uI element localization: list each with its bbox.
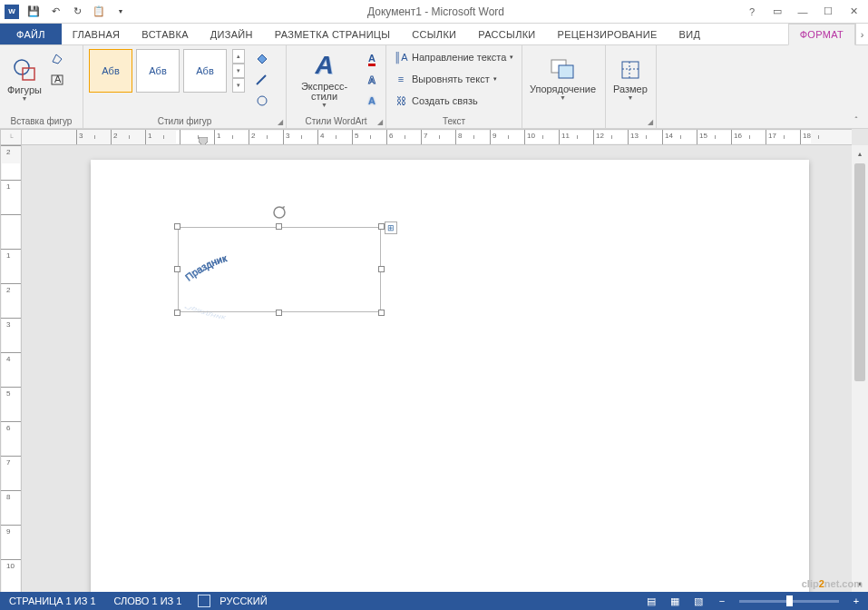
- ribbon-tabs: ФАЙЛ ГЛАВНАЯ ВСТАВКА ДИЗАЙН РАЗМЕТКА СТР…: [0, 24, 868, 45]
- tab-home[interactable]: ГЛАВНАЯ: [62, 24, 132, 44]
- page[interactable]: Праздник Праздник: [91, 160, 809, 592]
- text-fill-button[interactable]: A: [362, 49, 382, 69]
- resize-handle-n[interactable]: [276, 223, 282, 230]
- tab-file[interactable]: ФАЙЛ: [0, 24, 62, 44]
- text-effects-button[interactable]: A: [362, 91, 382, 111]
- zoom-slider[interactable]: [739, 600, 839, 603]
- wordart-styles-launcher[interactable]: ◢: [377, 118, 383, 126]
- create-link-button[interactable]: ⛓Создать связь: [390, 91, 518, 111]
- tab-view[interactable]: ВИД: [668, 24, 712, 44]
- group-shape-styles: Абв Абв Абв ▴ ▾ ▾ Стили фигур ◢: [83, 45, 287, 128]
- maximize-button[interactable]: ☐: [817, 3, 839, 21]
- gallery-more[interactable]: ▾: [232, 78, 245, 93]
- effects-icon: [255, 94, 269, 107]
- link-icon: ⛓: [394, 95, 408, 106]
- redo-button[interactable]: ↻: [67, 2, 87, 22]
- shape-style-2[interactable]: Абв: [136, 49, 180, 93]
- collapse-ribbon[interactable]: ˆ: [848, 113, 864, 126]
- tab-review[interactable]: РЕЦЕНЗИРОВАНИЕ: [547, 24, 668, 44]
- close-button[interactable]: ✕: [843, 3, 864, 21]
- rotate-handle[interactable]: [272, 205, 287, 220]
- group-label-wordart-styles: Стили WordArt: [290, 113, 382, 128]
- group-text: ║AНаправление текста▾ ≡Выровнять текст▾ …: [386, 45, 522, 128]
- horizontal-ruler[interactable]: 321123456789101112131415161718: [22, 129, 852, 145]
- status-page[interactable]: СТРАНИЦА 1 ИЗ 1: [0, 595, 105, 606]
- arrange-icon: [550, 58, 577, 82]
- shape-outline-button[interactable]: [252, 70, 272, 90]
- minimize-button[interactable]: —: [792, 3, 814, 21]
- view-print-layout[interactable]: ▦: [663, 592, 687, 610]
- zoom-in[interactable]: +: [844, 592, 868, 610]
- zoom-thumb[interactable]: [786, 595, 793, 606]
- resize-handle-w[interactable]: [174, 266, 180, 272]
- group-label-arrange: [526, 113, 601, 128]
- status-word-count[interactable]: СЛОВО 1 ИЗ 1: [105, 595, 191, 606]
- paste-button[interactable]: 📋: [89, 2, 109, 22]
- text-direction-button[interactable]: ║AНаправление текста▾: [390, 47, 518, 67]
- ribbon-display-options[interactable]: ▭: [766, 3, 788, 21]
- arrange-button[interactable]: Упорядочение ▼: [526, 47, 600, 111]
- macro-recording-icon[interactable]: [198, 595, 210, 607]
- align-text-icon: ≡: [394, 74, 408, 84]
- size-icon: [619, 58, 642, 82]
- text-box-button[interactable]: A: [47, 70, 67, 90]
- view-read-mode[interactable]: ▤: [639, 592, 663, 610]
- qat-customize[interactable]: ▼: [111, 2, 131, 22]
- vertical-ruler[interactable]: 211234567891011121314: [0, 145, 22, 592]
- resize-handle-nw[interactable]: [174, 223, 180, 230]
- tab-design[interactable]: ДИЗАЙН: [200, 24, 264, 44]
- help-button[interactable]: ?: [741, 3, 763, 21]
- status-language[interactable]: РУССКИЙ: [210, 595, 276, 606]
- resize-handle-ne[interactable]: [378, 223, 385, 230]
- group-size: Размер ▼ ◢: [606, 45, 657, 128]
- text-direction-icon: ║A: [394, 52, 408, 63]
- edit-shape-icon: [51, 53, 63, 65]
- svg-point-4: [258, 96, 267, 105]
- window-controls: ? ▭ — ☐ ✕: [741, 3, 864, 21]
- size-launcher[interactable]: ◢: [648, 118, 653, 126]
- shape-fill-button[interactable]: [252, 49, 272, 69]
- wordart-quick-styles[interactable]: A Экспресс-стили ▼: [290, 47, 358, 111]
- document-area[interactable]: Праздник Праздник: [22, 145, 852, 592]
- shape-styles-launcher[interactable]: ◢: [278, 118, 283, 126]
- group-label-shape-styles: Стили фигур: [87, 113, 282, 128]
- title-bar: W 💾 ↶ ↻ 📋 ▼ Документ1 - Microsoft Word ?…: [0, 0, 868, 24]
- undo-button[interactable]: ↶: [45, 2, 65, 22]
- ruler-corner[interactable]: └: [0, 129, 22, 145]
- tab-page-layout[interactable]: РАЗМЕТКА СТРАНИЦЫ: [264, 24, 402, 44]
- resize-handle-s[interactable]: [276, 310, 282, 316]
- word-app-icon: W: [5, 5, 19, 19]
- text-outline-button[interactable]: A: [362, 70, 382, 90]
- bucket-icon: [255, 53, 269, 65]
- tabs-more[interactable]: ›: [855, 24, 868, 44]
- layout-options-button[interactable]: ⊞: [385, 221, 397, 234]
- shape-style-1[interactable]: Абв: [89, 49, 132, 93]
- view-web-layout[interactable]: ▧: [687, 592, 710, 610]
- quick-access-toolbar: 💾 ↶ ↻ 📋 ▼: [24, 2, 131, 22]
- svg-rect-7: [622, 62, 639, 78]
- align-text-button[interactable]: ≡Выровнять текст▾: [390, 69, 518, 89]
- zoom-out[interactable]: −: [710, 592, 734, 610]
- edit-shape-button[interactable]: [47, 49, 67, 69]
- save-button[interactable]: 💾: [24, 2, 44, 22]
- svg-point-0: [15, 60, 29, 74]
- resize-handle-e[interactable]: [378, 266, 385, 272]
- shape-effects-button[interactable]: [252, 91, 272, 111]
- tab-references[interactable]: ССЫЛКИ: [401, 24, 467, 44]
- tab-mailings[interactable]: РАССЫЛКИ: [467, 24, 546, 44]
- gallery-scroll-down[interactable]: ▾: [232, 64, 245, 78]
- vertical-scrollbar[interactable]: ▴ ▾: [852, 145, 868, 592]
- shape-style-3[interactable]: Абв: [183, 49, 227, 93]
- scroll-up-button[interactable]: ▴: [852, 145, 868, 162]
- size-button[interactable]: Размер ▼: [610, 47, 651, 111]
- indent-marker[interactable]: [199, 137, 208, 145]
- resize-handle-se[interactable]: [378, 310, 385, 316]
- resize-handle-sw[interactable]: [174, 310, 180, 316]
- selection-outline: [178, 227, 381, 312]
- wordart-object[interactable]: Праздник Праздник: [178, 227, 381, 312]
- scroll-thumb[interactable]: [854, 163, 865, 381]
- gallery-scroll-up[interactable]: ▴: [232, 49, 245, 64]
- tab-format[interactable]: ФОРМАТ: [788, 24, 855, 45]
- shapes-button[interactable]: Фигуры ▼: [4, 47, 45, 111]
- tab-insert[interactable]: ВСТАВКА: [131, 24, 199, 44]
